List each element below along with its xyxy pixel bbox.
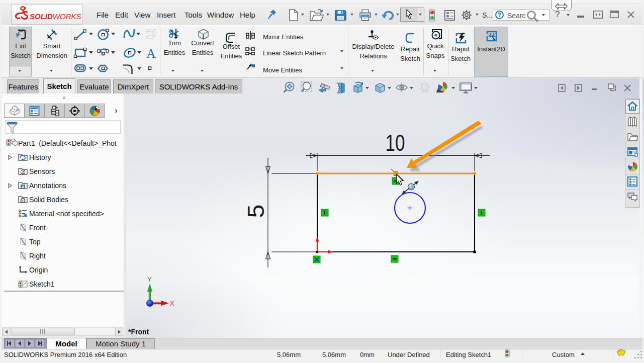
svg-text:X: X	[170, 300, 174, 307]
svg-text:5: 5	[243, 205, 269, 218]
svg-text:Y: Y	[147, 276, 152, 283]
svg-text:10: 10	[386, 130, 405, 156]
svg-text:SOLIDWORKS: SOLIDWORKS	[30, 12, 81, 21]
svg-text:A: A	[146, 46, 156, 61]
svg-text:A: A	[22, 185, 25, 189]
